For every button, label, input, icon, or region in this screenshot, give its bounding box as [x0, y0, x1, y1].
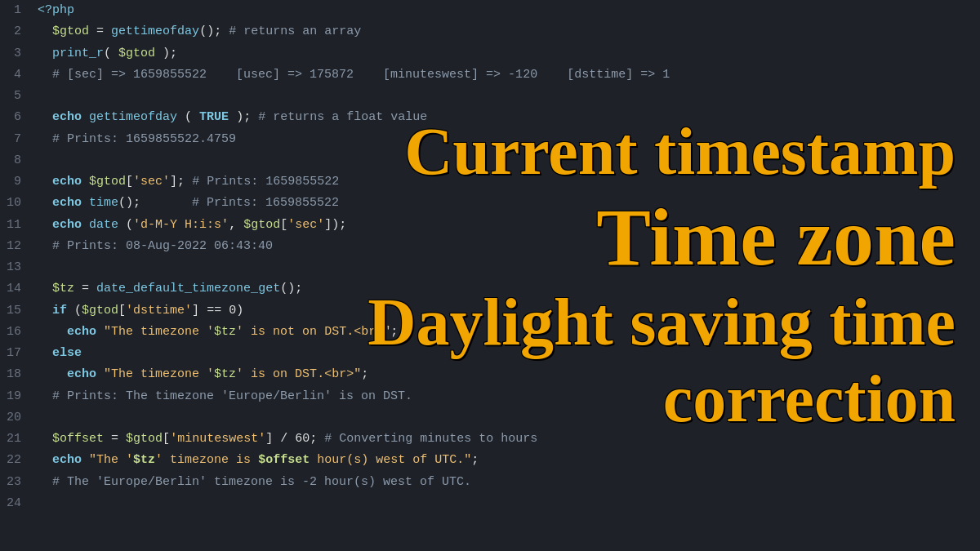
table-row: 2 $gtod = gettimeofday(); # returns an a…: [0, 21, 980, 42]
line-code: $tz = date_default_timezone_get();: [31, 278, 980, 300]
line-code: echo "The '$tz' timezone is $offset hour…: [31, 450, 980, 471]
table-row: 15 if ($gtod['dsttime'] == 0): [0, 300, 980, 322]
table-row: 12 # Prints: 08-Aug-2022 06:43:40: [0, 236, 980, 257]
table-row: 19 # Prints: The timezone 'Europe/Berlin…: [0, 386, 980, 407]
line-number: 19: [0, 386, 31, 407]
line-code: echo "The timezone '$tz' is on DST.<br>"…: [31, 364, 980, 385]
line-number: 10: [0, 193, 31, 214]
line-code: # Prints: 1659855522.4759: [31, 129, 980, 150]
line-number: 6: [0, 107, 31, 128]
table-row: 1<?php: [0, 0, 980, 21]
table-row: 17 else: [0, 343, 980, 364]
table-row: 5: [0, 86, 980, 107]
line-code: echo date ('d-M-Y H:i:s', $gtod['sec']);: [31, 215, 980, 236]
line-number: 18: [0, 364, 31, 385]
line-code: [31, 493, 980, 514]
line-code: # Prints: The timezone 'Europe/Berlin' i…: [31, 386, 980, 407]
line-number: 21: [0, 429, 31, 450]
line-code: print_r( $gtod );: [31, 43, 980, 64]
table-row: 21 $offset = $gtod['minuteswest'] / 60; …: [0, 429, 980, 450]
table-row: 6 echo gettimeofday ( TRUE ); # returns …: [0, 107, 980, 128]
line-code: $offset = $gtod['minuteswest'] / 60; # C…: [31, 429, 980, 450]
line-number: 20: [0, 407, 31, 429]
line-number: 5: [0, 86, 31, 107]
table-row: 22 echo "The '$tz' timezone is $offset h…: [0, 450, 980, 471]
line-code: # The 'Europe/Berlin' timezone is -2 hou…: [31, 472, 980, 493]
line-number: 15: [0, 300, 31, 322]
table-row: 3 print_r( $gtod );: [0, 43, 980, 64]
table-row: 20: [0, 407, 980, 429]
line-number: 23: [0, 472, 31, 493]
line-code: if ($gtod['dsttime'] == 0): [31, 300, 980, 322]
line-code: [31, 86, 980, 107]
line-number: 3: [0, 43, 31, 64]
line-number: 13: [0, 257, 31, 278]
line-code: [31, 407, 980, 429]
line-number: 7: [0, 129, 31, 150]
line-number: 1: [0, 0, 31, 21]
line-number: 17: [0, 343, 31, 364]
table-row: 9 echo $gtod['sec']; # Prints: 165985552…: [0, 171, 980, 193]
line-number: 11: [0, 215, 31, 236]
line-number: 4: [0, 64, 31, 86]
line-number: 14: [0, 278, 31, 300]
table-row: 4 # [sec] => 1659855522 [usec] => 175872…: [0, 64, 980, 86]
line-code: echo "The timezone '$tz' is not on DST.<…: [31, 322, 980, 343]
code-container: 1<?php2 $gtod = gettimeofday(); # return…: [0, 0, 980, 551]
line-code: echo time(); # Prints: 1659855522: [31, 193, 980, 214]
table-row: 14 $tz = date_default_timezone_get();: [0, 278, 980, 300]
table-row: 11 echo date ('d-M-Y H:i:s', $gtod['sec'…: [0, 215, 980, 236]
line-code: else: [31, 343, 980, 364]
line-number: 12: [0, 236, 31, 257]
table-row: 24: [0, 493, 980, 514]
table-row: 16 echo "The timezone '$tz' is not on DS…: [0, 322, 980, 343]
table-row: 8: [0, 150, 980, 171]
table-row: 13: [0, 257, 980, 278]
line-number: 8: [0, 150, 31, 171]
line-code: [31, 150, 980, 171]
line-code: echo gettimeofday ( TRUE ); # returns a …: [31, 107, 980, 128]
line-number: 9: [0, 171, 31, 193]
line-code: # Prints: 08-Aug-2022 06:43:40: [31, 236, 980, 257]
code-table: 1<?php2 $gtod = gettimeofday(); # return…: [0, 0, 980, 514]
line-number: 22: [0, 450, 31, 471]
line-number: 2: [0, 21, 31, 42]
line-code: echo $gtod['sec']; # Prints: 1659855522: [31, 171, 980, 193]
line-code: # [sec] => 1659855522 [usec] => 175872 […: [31, 64, 980, 86]
line-number: 16: [0, 322, 31, 343]
table-row: 10 echo time(); # Prints: 1659855522: [0, 193, 980, 214]
table-row: 7 # Prints: 1659855522.4759: [0, 129, 980, 150]
table-row: 23 # The 'Europe/Berlin' timezone is -2 …: [0, 472, 980, 493]
line-number: 24: [0, 493, 31, 514]
line-code: <?php: [31, 0, 980, 21]
line-code: $gtod = gettimeofday(); # returns an arr…: [31, 21, 980, 42]
table-row: 18 echo "The timezone '$tz' is on DST.<b…: [0, 364, 980, 385]
line-code: [31, 257, 980, 278]
